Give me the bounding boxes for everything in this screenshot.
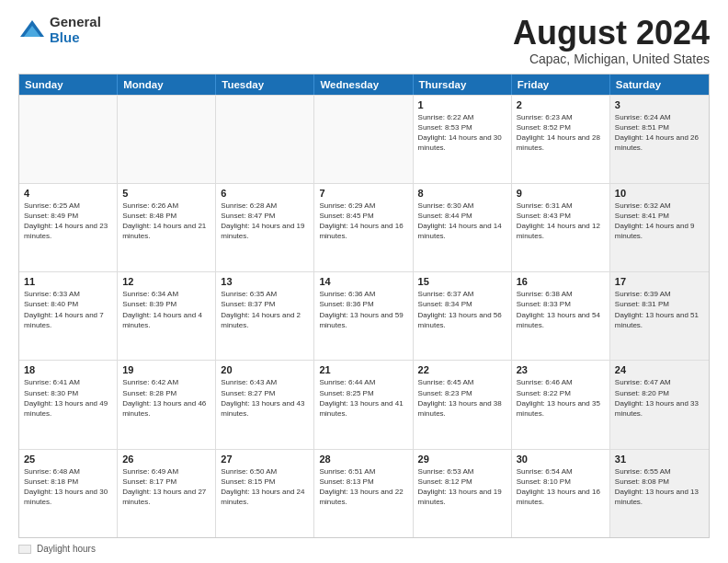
calendar-cell: 4Sunrise: 6:25 AM Sunset: 8:49 PM Daylig… xyxy=(19,184,118,271)
day-info: Sunrise: 6:49 AM Sunset: 8:17 PM Dayligh… xyxy=(122,466,210,508)
day-info: Sunrise: 6:55 AM Sunset: 8:08 PM Dayligh… xyxy=(615,466,704,508)
page: General Blue August 2024 Capac, Michigan… xyxy=(0,0,728,563)
day-number: 11 xyxy=(24,276,112,287)
day-number: 24 xyxy=(615,364,704,375)
day-info: Sunrise: 6:35 AM Sunset: 8:37 PM Dayligh… xyxy=(221,289,309,330)
day-info: Sunrise: 6:47 AM Sunset: 8:20 PM Dayligh… xyxy=(615,377,704,419)
day-number: 20 xyxy=(221,364,309,375)
day-number: 8 xyxy=(418,188,506,199)
logo-icon xyxy=(18,17,46,44)
subtitle: Capac, Michigan, United States xyxy=(513,52,710,66)
day-number: 1 xyxy=(418,99,506,110)
calendar-cell: 25Sunrise: 6:48 AM Sunset: 8:18 PM Dayli… xyxy=(19,450,118,537)
calendar-header-cell: Friday xyxy=(512,75,610,95)
calendar-cell: 23Sunrise: 6:46 AM Sunset: 8:22 PM Dayli… xyxy=(512,361,610,448)
calendar-cell: 2Sunrise: 6:23 AM Sunset: 8:52 PM Daylig… xyxy=(512,96,610,183)
day-number: 19 xyxy=(122,364,210,375)
calendar-cell: 30Sunrise: 6:54 AM Sunset: 8:10 PM Dayli… xyxy=(512,450,610,537)
calendar-row: 1Sunrise: 6:22 AM Sunset: 8:53 PM Daylig… xyxy=(19,95,709,183)
calendar-body: 1Sunrise: 6:22 AM Sunset: 8:53 PM Daylig… xyxy=(19,95,709,537)
day-number: 29 xyxy=(418,454,506,465)
day-info: Sunrise: 6:26 AM Sunset: 8:48 PM Dayligh… xyxy=(122,201,210,242)
legend-label: Daylight hours xyxy=(37,544,96,554)
day-info: Sunrise: 6:46 AM Sunset: 8:22 PM Dayligh… xyxy=(517,377,605,419)
day-number: 15 xyxy=(418,276,506,287)
day-number: 3 xyxy=(615,99,704,110)
calendar-cell: 28Sunrise: 6:51 AM Sunset: 8:13 PM Dayli… xyxy=(314,450,413,537)
day-info: Sunrise: 6:37 AM Sunset: 8:34 PM Dayligh… xyxy=(418,289,506,330)
day-number: 2 xyxy=(517,99,605,110)
day-info: Sunrise: 6:53 AM Sunset: 8:12 PM Dayligh… xyxy=(418,466,506,508)
day-number: 7 xyxy=(319,188,407,199)
calendar-cell: 1Sunrise: 6:22 AM Sunset: 8:53 PM Daylig… xyxy=(414,96,512,183)
main-title: August 2024 xyxy=(513,15,710,52)
calendar-cell: 7Sunrise: 6:29 AM Sunset: 8:45 PM Daylig… xyxy=(314,184,413,271)
calendar-cell xyxy=(314,96,413,183)
title-block: August 2024 Capac, Michigan, United Stat… xyxy=(513,15,710,66)
calendar-header-cell: Saturday xyxy=(610,75,709,95)
day-info: Sunrise: 6:48 AM Sunset: 8:18 PM Dayligh… xyxy=(24,466,112,508)
header: General Blue August 2024 Capac, Michigan… xyxy=(18,15,710,66)
day-info: Sunrise: 6:54 AM Sunset: 8:10 PM Dayligh… xyxy=(517,466,605,508)
calendar-cell: 29Sunrise: 6:53 AM Sunset: 8:12 PM Dayli… xyxy=(414,450,512,537)
calendar-header-cell: Wednesday xyxy=(314,75,413,95)
day-info: Sunrise: 6:36 AM Sunset: 8:36 PM Dayligh… xyxy=(319,289,407,330)
calendar-cell: 9Sunrise: 6:31 AM Sunset: 8:43 PM Daylig… xyxy=(512,184,610,271)
logo-text: General Blue xyxy=(50,15,101,45)
day-info: Sunrise: 6:45 AM Sunset: 8:23 PM Dayligh… xyxy=(418,377,506,419)
calendar-cell: 3Sunrise: 6:24 AM Sunset: 8:51 PM Daylig… xyxy=(610,96,709,183)
day-number: 17 xyxy=(615,276,704,287)
day-number: 26 xyxy=(122,454,210,465)
day-info: Sunrise: 6:30 AM Sunset: 8:44 PM Dayligh… xyxy=(418,201,506,242)
calendar-cell: 6Sunrise: 6:28 AM Sunset: 8:47 PM Daylig… xyxy=(216,184,314,271)
legend-box-shaded xyxy=(18,545,31,554)
calendar-header: SundayMondayTuesdayWednesdayThursdayFrid… xyxy=(19,75,709,95)
calendar-cell: 10Sunrise: 6:32 AM Sunset: 8:41 PM Dayli… xyxy=(610,184,709,271)
day-info: Sunrise: 6:28 AM Sunset: 8:47 PM Dayligh… xyxy=(221,201,309,242)
day-number: 31 xyxy=(615,454,704,465)
day-number: 25 xyxy=(24,454,112,465)
logo-general: General xyxy=(50,15,101,30)
calendar-cell xyxy=(118,96,216,183)
logo: General Blue xyxy=(18,15,101,45)
calendar-row: 11Sunrise: 6:33 AM Sunset: 8:40 PM Dayli… xyxy=(19,271,709,360)
day-number: 22 xyxy=(418,364,506,375)
day-info: Sunrise: 6:41 AM Sunset: 8:30 PM Dayligh… xyxy=(24,377,112,419)
day-info: Sunrise: 6:38 AM Sunset: 8:33 PM Dayligh… xyxy=(517,289,605,330)
calendar-cell: 11Sunrise: 6:33 AM Sunset: 8:40 PM Dayli… xyxy=(19,272,118,360)
day-number: 5 xyxy=(122,188,210,199)
day-number: 6 xyxy=(221,188,309,199)
day-number: 12 xyxy=(122,276,210,287)
day-info: Sunrise: 6:25 AM Sunset: 8:49 PM Dayligh… xyxy=(24,201,112,242)
calendar-cell: 12Sunrise: 6:34 AM Sunset: 8:39 PM Dayli… xyxy=(118,272,216,360)
calendar-cell: 17Sunrise: 6:39 AM Sunset: 8:31 PM Dayli… xyxy=(610,272,709,360)
day-info: Sunrise: 6:29 AM Sunset: 8:45 PM Dayligh… xyxy=(319,201,407,242)
day-number: 23 xyxy=(517,364,605,375)
calendar-cell: 21Sunrise: 6:44 AM Sunset: 8:25 PM Dayli… xyxy=(314,361,413,448)
calendar-header-cell: Sunday xyxy=(19,75,118,95)
day-number: 16 xyxy=(517,276,605,287)
day-number: 9 xyxy=(517,188,605,199)
day-number: 27 xyxy=(221,454,309,465)
calendar-cell: 20Sunrise: 6:43 AM Sunset: 8:27 PM Dayli… xyxy=(216,361,314,448)
calendar-cell: 27Sunrise: 6:50 AM Sunset: 8:15 PM Dayli… xyxy=(216,450,314,537)
day-info: Sunrise: 6:43 AM Sunset: 8:27 PM Dayligh… xyxy=(221,377,309,419)
day-info: Sunrise: 6:24 AM Sunset: 8:51 PM Dayligh… xyxy=(615,112,704,154)
day-number: 10 xyxy=(615,188,704,199)
day-info: Sunrise: 6:32 AM Sunset: 8:41 PM Dayligh… xyxy=(615,201,704,242)
day-info: Sunrise: 6:31 AM Sunset: 8:43 PM Dayligh… xyxy=(517,201,605,242)
calendar-header-cell: Monday xyxy=(118,75,216,95)
day-number: 30 xyxy=(517,454,605,465)
day-info: Sunrise: 6:44 AM Sunset: 8:25 PM Dayligh… xyxy=(319,377,407,419)
day-number: 18 xyxy=(24,364,112,375)
day-number: 13 xyxy=(221,276,309,287)
calendar-cell: 16Sunrise: 6:38 AM Sunset: 8:33 PM Dayli… xyxy=(512,272,610,360)
calendar-cell: 22Sunrise: 6:45 AM Sunset: 8:23 PM Dayli… xyxy=(414,361,512,448)
day-number: 4 xyxy=(24,188,112,199)
day-info: Sunrise: 6:51 AM Sunset: 8:13 PM Dayligh… xyxy=(319,466,407,508)
day-info: Sunrise: 6:33 AM Sunset: 8:40 PM Dayligh… xyxy=(24,289,112,330)
calendar-cell xyxy=(216,96,314,183)
day-info: Sunrise: 6:39 AM Sunset: 8:31 PM Dayligh… xyxy=(615,289,704,330)
day-info: Sunrise: 6:23 AM Sunset: 8:52 PM Dayligh… xyxy=(517,112,605,154)
calendar: SundayMondayTuesdayWednesdayThursdayFrid… xyxy=(18,74,710,538)
